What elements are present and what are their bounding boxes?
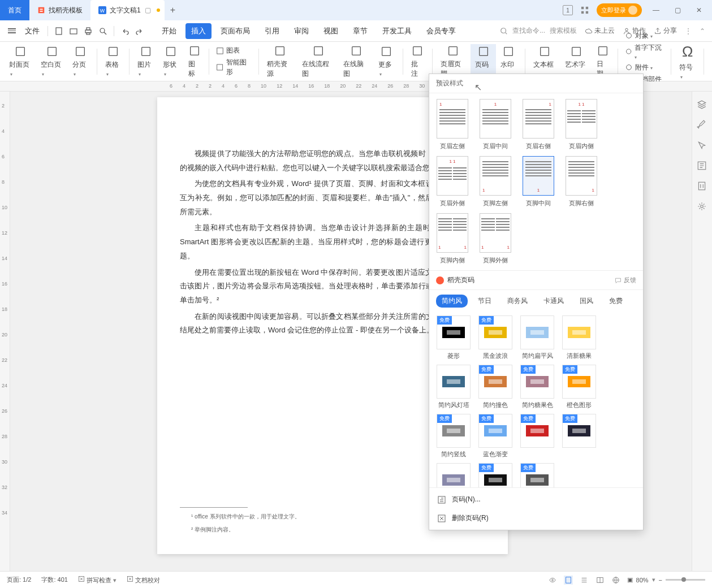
template-橙色图形[interactable]: 免费橙色图形: [560, 365, 598, 409]
ribbon-tab-0[interactable]: 开始: [156, 23, 182, 39]
eye-mode-icon[interactable]: [548, 576, 557, 585]
more-menu-icon[interactable]: ⋮: [685, 27, 692, 35]
settings-icon[interactable]: [697, 201, 708, 213]
ribbon-在线流程图[interactable]: 在线流程图: [297, 44, 339, 79]
select-icon[interactable]: [697, 140, 708, 152]
ribbon-在线脑图[interactable]: 在线脑图: [339, 44, 374, 79]
hamburger-menu-icon[interactable]: [8, 28, 16, 33]
ribbon-形状[interactable]: 形状▾: [158, 44, 184, 79]
close-window-button[interactable]: ✕: [692, 6, 706, 14]
window-mode-icon[interactable]: 1: [563, 5, 573, 15]
style-tab-卡通风[interactable]: 卡通风: [538, 295, 569, 308]
zoom-control[interactable]: ▣ 80% ▾ −: [627, 576, 705, 583]
preset-页脚中间[interactable]: 1页脚中间: [520, 156, 557, 207]
login-button[interactable]: 立即登录: [597, 3, 642, 17]
zoom-out-button[interactable]: −: [659, 577, 662, 583]
close-tab-icon[interactable]: ▢: [145, 6, 151, 14]
collapse-ribbon-icon[interactable]: ⌃: [700, 27, 705, 35]
ribbon-分页[interactable]: 分页▾: [68, 44, 93, 79]
ribbon-tab-3[interactable]: 引用: [259, 23, 285, 39]
preset-页眉中间[interactable]: 1页眉中间: [477, 99, 514, 150]
ribbon-tab-6[interactable]: 章节: [347, 23, 373, 39]
pen-icon[interactable]: [697, 120, 708, 131]
zoom-slider[interactable]: [666, 579, 705, 581]
print-icon[interactable]: [82, 25, 94, 37]
print-preview-icon[interactable]: [97, 25, 109, 37]
template-蓝色渐变[interactable]: 免费蓝色渐变: [477, 414, 514, 459]
styles-icon[interactable]: [697, 161, 708, 172]
ribbon-符号[interactable]: Ω符号▾: [675, 44, 700, 79]
page-indicator[interactable]: 页面: 1/2: [7, 576, 31, 584]
style-tab-节日[interactable]: 节日: [472, 295, 497, 308]
maximize-button[interactable]: ▢: [670, 6, 685, 14]
open-file-icon[interactable]: [67, 25, 80, 37]
ribbon-首字下沉[interactable]: 首字下沉 ▾: [625, 43, 664, 60]
document-tab[interactable]: W 文字文稿1 ▢: [90, 0, 165, 20]
style-tab-免费[interactable]: 免费: [603, 295, 628, 308]
template-简约风灯塔[interactable]: 简约风灯塔: [435, 365, 472, 409]
template-tab[interactable]: 找稻壳模板: [29, 0, 90, 20]
feedback-button[interactable]: 反馈: [615, 276, 636, 284]
template-黑金波浪[interactable]: 免费黑金波浪: [477, 315, 514, 360]
template-简约糖果色[interactable]: 免费简约糖果色: [519, 365, 556, 409]
ribbon-表格[interactable]: 表格▾: [101, 44, 126, 79]
preset-页眉右侧[interactable]: 1页眉右侧: [520, 99, 557, 150]
page-number-options[interactable]: 页码(N)...: [429, 490, 643, 509]
apps-grid-icon[interactable]: [580, 5, 590, 15]
template-简约竖线[interactable]: 免费简约竖线: [435, 414, 472, 459]
ribbon-批注[interactable]: 批注: [407, 44, 429, 79]
ribbon-智能图形[interactable]: 智能图形: [216, 58, 252, 77]
style-tab-商务风[interactable]: 商务风: [502, 295, 533, 308]
ribbon-图标[interactable]: 图标: [184, 44, 206, 79]
template-12[interactable]: [435, 463, 472, 487]
zoom-level[interactable]: 80%: [636, 577, 649, 583]
preset-页眉外侧[interactable]: 11页眉外侧: [434, 156, 471, 207]
ribbon-tab-2[interactable]: 页面布局: [215, 23, 256, 39]
redo-icon[interactable]: [133, 25, 146, 37]
outline-view-icon[interactable]: [580, 576, 589, 585]
preset-页眉内侧[interactable]: 11页眉内侧: [563, 99, 600, 150]
preset-页眉左侧[interactable]: 1页眉左侧: [434, 99, 471, 150]
style-tab-国风[interactable]: 国风: [574, 295, 599, 308]
ribbon-图表[interactable]: 图表: [216, 46, 252, 55]
ribbon-tab-4[interactable]: 审阅: [288, 23, 314, 39]
template-简约撞色[interactable]: 免费简约撞色: [477, 365, 514, 409]
thesaurus-icon[interactable]: [697, 181, 708, 192]
preset-页脚内侧[interactable]: 11页脚内侧: [434, 213, 471, 265]
web-view-icon[interactable]: [611, 576, 620, 585]
preset-页脚左侧[interactable]: 1页脚左侧: [477, 156, 514, 207]
undo-icon[interactable]: [119, 25, 131, 37]
ribbon-稻壳资源[interactable]: 稻壳资源: [262, 44, 297, 79]
file-menu[interactable]: 文件: [21, 26, 43, 36]
ribbon-对象[interactable]: 对象 ▾: [625, 31, 664, 41]
new-file-icon[interactable]: [53, 25, 65, 37]
ribbon-封面页[interactable]: 封面页▾: [5, 44, 36, 79]
zoom-fit-icon[interactable]: ▣: [627, 576, 633, 583]
minimize-button[interactable]: —: [649, 6, 663, 14]
ribbon-tab-1[interactable]: 插入: [185, 23, 212, 39]
ribbon-更多[interactable]: 更多▾: [374, 44, 399, 79]
preset-页脚右侧[interactable]: 1页脚右侧: [563, 156, 600, 207]
reading-view-icon[interactable]: [596, 576, 605, 585]
template-14[interactable]: 免费: [519, 463, 556, 487]
template-简约扁平风[interactable]: 简约扁平风: [519, 315, 556, 360]
command-search[interactable]: 查找命令... 搜索模板: [500, 26, 577, 36]
home-tab[interactable]: 首页: [0, 0, 29, 20]
spell-check[interactable]: 拼写检查 ▾: [78, 576, 116, 585]
word-count[interactable]: 字数: 401: [41, 576, 67, 584]
ribbon-图片[interactable]: 图片▾: [133, 44, 158, 79]
template-清新糖果[interactable]: 清新糖果: [560, 315, 598, 360]
template-13[interactable]: 免费: [477, 463, 514, 487]
ribbon-空白页[interactable]: 空白页▾: [36, 44, 68, 79]
template-菱形[interactable]: 免费菱形: [435, 315, 472, 360]
cloud-status[interactable]: 未上云: [585, 26, 615, 36]
layers-icon[interactable]: [697, 100, 708, 111]
ribbon-tab-5[interactable]: 视图: [318, 23, 344, 39]
style-tab-简约风[interactable]: 简约风: [436, 295, 468, 308]
template-11[interactable]: 免费: [560, 414, 598, 459]
doc-proofing[interactable]: 文档校对: [127, 576, 160, 585]
ribbon-tab-7[interactable]: 开发工具: [377, 23, 417, 39]
preset-页脚外侧[interactable]: 11页脚外侧: [477, 213, 514, 265]
ribbon-tab-8[interactable]: 会员专享: [421, 23, 461, 39]
delete-page-number[interactable]: 删除页码(R): [429, 509, 643, 528]
